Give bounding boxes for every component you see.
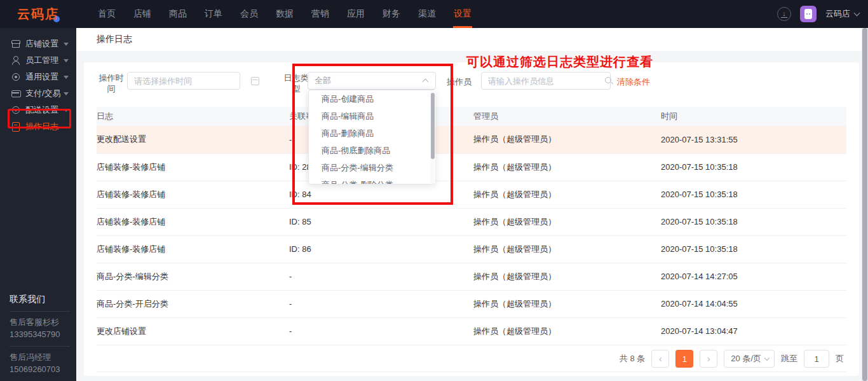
sidebar-item[interactable]: 支付/交易: [0, 85, 76, 102]
top-nav-item[interactable]: 数据: [267, 0, 302, 28]
panel-divider: [97, 371, 846, 372]
app-logo[interactable]: 云码店: [0, 0, 76, 28]
prev-page-button[interactable]: ‹: [651, 350, 669, 368]
contact-entry: 售后冯经理 15069260703: [10, 347, 70, 381]
table-cell: 操作员（超级管理员）: [473, 181, 661, 208]
table-row[interactable]: 更改配送设置-操作员（超级管理员）2020-07-15 13:31:55: [97, 126, 846, 153]
top-nav-item[interactable]: 财务: [374, 0, 409, 28]
filter-operator-label: 操作员: [447, 76, 471, 87]
clear-filters-button[interactable]: 清除条件: [617, 76, 650, 88]
page-size-select[interactable]: 20 条/页: [724, 350, 775, 368]
dropdown-option[interactable]: 商品-分类-删除分类: [309, 176, 435, 184]
table-row[interactable]: 商品-分类-编辑分类-操作员（超级管理员）2020-07-14 14:27:05: [97, 263, 846, 290]
sidebar-item-label: 店铺设置: [25, 38, 58, 50]
dropdown-option[interactable]: 商品-彻底删除商品: [309, 142, 435, 159]
log-table: 日志关联事件管理员时间 更改配送设置-操作员（超级管理员）2020-07-15 …: [97, 107, 846, 345]
log-type-select-value: 全部: [308, 75, 423, 87]
top-nav: 首页店铺商品订单会员数据营销应用财务渠道设置: [89, 0, 480, 28]
filter-time-label: 操作时间: [98, 73, 125, 94]
contact-block: 联系我们 售后客服杉杉 13395345790 售后冯经理 1506926070…: [10, 294, 70, 381]
next-page-button[interactable]: ›: [700, 350, 717, 368]
top-nav-item[interactable]: 首页: [89, 0, 125, 28]
table-cell: 店铺装修-装修店铺: [97, 235, 289, 263]
dropdown-option[interactable]: 商品-创建商品: [309, 90, 435, 107]
top-nav-item-label: 店铺: [133, 8, 151, 20]
sidebar-item[interactable]: 店铺设置: [0, 36, 76, 52]
table-cell: 2020-07-15 13:31:55: [661, 126, 846, 153]
current-page-button[interactable]: 1: [675, 350, 693, 368]
avatar[interactable]: [800, 6, 817, 22]
table-header-cell: 时间: [661, 107, 846, 126]
top-nav-item[interactable]: 营销: [302, 0, 338, 28]
table-cell: 操作员（超级管理员）: [473, 208, 661, 235]
time-picker-input[interactable]: [128, 73, 251, 89]
download-icon[interactable]: [777, 7, 791, 21]
sidebar-item[interactable]: 员工管理: [0, 52, 76, 69]
card-icon: [11, 89, 20, 98]
top-nav-item[interactable]: 商品: [160, 0, 196, 28]
dropdown-scrollbar-thumb[interactable]: [431, 93, 435, 159]
sidebar-item-label: 通用设置: [25, 71, 58, 83]
table-row[interactable]: 更改店铺设置-操作员（超级管理员）2020-07-14 13:04:47: [97, 317, 846, 345]
page-scrollbar-thumb[interactable]: [862, 28, 867, 381]
table-header-cell: 管理员: [473, 107, 661, 126]
top-nav-item-label: 首页: [98, 8, 116, 20]
top-nav-item-label: 营销: [311, 8, 329, 20]
table-row[interactable]: 店铺装修-装修店铺ID: 85操作员（超级管理员）2020-07-15 10:3…: [97, 208, 846, 235]
table-cell: 操作员（超级管理员）: [473, 263, 661, 290]
table-header-row: 日志关联事件管理员时间: [97, 107, 846, 126]
time-picker[interactable]: [127, 72, 240, 90]
page-scrollbar[interactable]: [862, 28, 868, 381]
table-cell: 2020-07-14 14:27:05: [661, 263, 846, 290]
top-nav-item[interactable]: 店铺: [125, 0, 160, 28]
users-icon: [11, 56, 20, 65]
table-cell: 2020-07-14 14:04:55: [661, 290, 846, 317]
sidebar-item[interactable]: 操作日志: [0, 118, 76, 135]
table-cell: 操作员（超级管理员）: [473, 153, 661, 181]
search-icon: [605, 77, 613, 85]
table-cell: 操作员（超级管理员）: [473, 235, 661, 263]
top-nav-bar: 云码店 首页店铺商品订单会员数据营销应用财务渠道设置 云码店: [0, 0, 868, 28]
jump-page-input[interactable]: [804, 350, 829, 368]
log-type-select[interactable]: 全部: [308, 72, 436, 90]
contact-entry: 售后客服杉杉 13395345790: [10, 312, 70, 347]
dropdown-option[interactable]: 商品-分类-编辑分类: [309, 159, 435, 176]
table-cell: 店铺装修-装修店铺: [97, 181, 289, 208]
top-nav-item-label: 数据: [276, 8, 294, 20]
logo-text: 云码店: [17, 6, 59, 23]
chevron-down-icon: [64, 59, 69, 62]
sidebar-item[interactable]: 通用设置: [0, 69, 76, 85]
operator-search-input[interactable]: [482, 73, 605, 89]
dropdown-option[interactable]: 商品-删除商品: [309, 125, 435, 142]
top-nav-item[interactable]: 设置: [445, 0, 480, 28]
table-cell: 更改店铺设置: [97, 317, 289, 345]
table-row[interactable]: 商品-分类-开启分类-操作员（超级管理员）2020-07-14 14:04:55: [97, 290, 846, 317]
table-row[interactable]: 店铺装修-装修店铺ID: 84操作员（超级管理员）2020-07-15 10:3…: [97, 181, 846, 208]
table-cell: 2020-07-15 10:35:18: [661, 235, 846, 263]
top-nav-item[interactable]: 应用: [338, 0, 374, 28]
operator-search[interactable]: [481, 72, 611, 90]
sidebar-item[interactable]: 配送设置: [0, 102, 76, 118]
account-menu[interactable]: 云码店: [825, 8, 859, 20]
top-nav-item[interactable]: 渠道: [409, 0, 445, 28]
table-row[interactable]: 店铺装修-装修店铺ID: 28操作员（超级管理员）2020-07-15 10:3…: [97, 153, 846, 181]
top-nav-item[interactable]: 会员: [231, 0, 267, 28]
top-nav-item-label: 订单: [205, 8, 222, 20]
gear-icon: [11, 73, 20, 81]
annotation-text: 可以通过筛选日志类型进行查看: [466, 53, 653, 71]
contact-list: 售后客服杉杉 13395345790 售后冯经理 15069260703: [10, 312, 70, 381]
table-cell: 2020-07-15 10:35:18: [661, 181, 846, 208]
table-cell: -: [289, 290, 473, 317]
table-row[interactable]: 店铺装修-装修店铺ID: 86操作员（超级管理员）2020-07-15 10:3…: [97, 235, 846, 263]
top-nav-item-label: 应用: [347, 8, 365, 20]
contact-phone: 13395345790: [10, 328, 70, 340]
sidebar-item-label: 操作日志: [25, 121, 58, 132]
table-cell: 操作员（超级管理员）: [473, 126, 661, 153]
page-title: 操作日志: [97, 34, 132, 45]
dropdown-option[interactable]: 商品-编辑商品: [309, 107, 435, 125]
delivery-icon: [11, 106, 20, 114]
table-cell: 2020-07-14 13:04:47: [661, 317, 846, 345]
log-table-body: 更改配送设置-操作员（超级管理员）2020-07-15 13:31:55店铺装修…: [97, 126, 846, 345]
chevron-down-icon: [64, 76, 69, 79]
top-nav-item[interactable]: 订单: [196, 0, 231, 28]
